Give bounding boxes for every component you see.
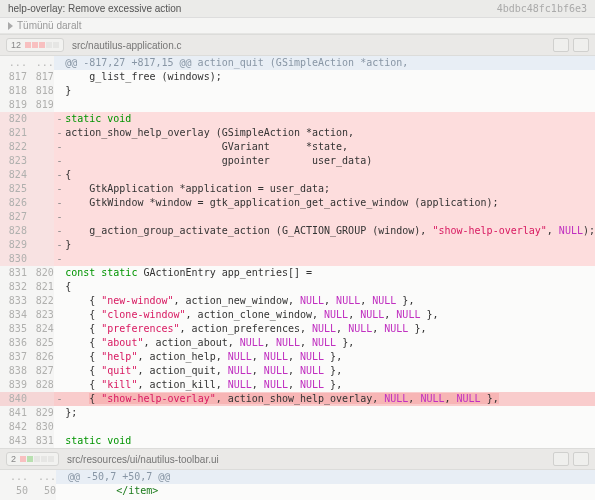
line-num-new [27, 252, 54, 266]
line-num-new: 828 [27, 378, 54, 392]
line-num-new [27, 224, 54, 238]
file-path[interactable]: src/nautilus-application.c [72, 40, 553, 51]
diff-sign: - [54, 140, 65, 154]
code-cell: gpointer user_data) [65, 154, 595, 168]
diff-line[interactable]: 835824 { "preferences", action_preferenc… [0, 322, 595, 336]
file-header[interactable]: 2 src/resources/ui/nautilus-toolbar.ui [0, 448, 595, 470]
diff-line[interactable]: 824-{ [0, 168, 595, 182]
diff-line[interactable]: 817817 g_list_free (windows); [0, 70, 595, 84]
code-cell: } [65, 84, 595, 98]
code-cell: { "about", action_about, NULL, NULL, NUL… [65, 336, 595, 350]
diff-line[interactable]: 839828 { "kill", action_kill, NULL, NULL… [0, 378, 595, 392]
diff-line[interactable]: 833822 { "new-window", action_new_window… [0, 294, 595, 308]
diff-line[interactable]: 834823 { "clone-window", action_clone_wi… [0, 308, 595, 322]
line-num-new: 825 [27, 336, 54, 350]
diff-line[interactable]: 826- GtkWindow *window = gtk_application… [0, 196, 595, 210]
diff-line[interactable]: 822- GVariant *state, [0, 140, 595, 154]
line-num-old: 818 [0, 84, 27, 98]
neu-square-icon [46, 42, 52, 48]
line-num-old: 823 [0, 154, 27, 168]
line-num-old: 829 [0, 238, 27, 252]
code-cell [65, 210, 595, 224]
diff-line[interactable]: 831820 const static GActionEntry app_ent… [0, 266, 595, 280]
diff-sign: - [54, 112, 65, 126]
diff-badge: 12 [6, 38, 64, 52]
diff-line[interactable]: 825- GtkApplication *application = user_… [0, 182, 595, 196]
diff-line[interactable]: 5050 </item> [0, 484, 595, 498]
collapse-all[interactable]: Tümünü daralt [0, 18, 595, 34]
code-cell: action_show_help_overlay (GSimpleAction … [65, 126, 595, 140]
hunk-header: ......@@ -817,27 +817,15 @@ action_quit … [0, 56, 595, 70]
diff-line[interactable]: 823- gpointer user_data) [0, 154, 595, 168]
file-header[interactable]: 12 src/nautilus-application.c [0, 34, 595, 56]
line-num-new [27, 140, 54, 154]
diff-line[interactable]: 821-action_show_help_overlay (GSimpleAct… [0, 126, 595, 140]
line-num-new: 830 [27, 420, 54, 434]
copy-path-button[interactable] [553, 38, 569, 52]
code-cell: { "preferences", action_preferences, NUL… [65, 322, 595, 336]
commit-title: help-overlay: Remove excessive action [8, 3, 181, 14]
line-num-new [27, 238, 54, 252]
diff-sign [54, 350, 65, 364]
diff-sign: - [54, 224, 65, 238]
line-num-old: 843 [0, 434, 27, 448]
line-num-old: 840 [0, 392, 27, 406]
diff-line[interactable]: 819819 [0, 98, 595, 112]
line-num-old: 835 [0, 322, 27, 336]
line-num-old: 817 [0, 70, 27, 84]
line-num-old: 839 [0, 378, 27, 392]
line-num-new [27, 168, 54, 182]
code-cell: GVariant *state, [65, 140, 595, 154]
line-num-new: 829 [27, 406, 54, 420]
view-file-button[interactable] [573, 38, 589, 52]
diff-line[interactable]: 827- [0, 210, 595, 224]
line-num-new: 820 [27, 266, 54, 280]
code-cell: { "quit", action_quit, NULL, NULL, NULL … [65, 364, 595, 378]
line-num-new [27, 196, 54, 210]
diff-table: ......@@ -817,27 +817,15 @@ action_quit … [0, 56, 595, 448]
hunk-header: ......@@ -50,7 +50,7 @@ [0, 470, 595, 484]
line-num-new: 818 [27, 84, 54, 98]
diff-line[interactable]: 830- [0, 252, 595, 266]
view-file-button[interactable] [573, 452, 589, 466]
diff-line[interactable]: 841829 }; [0, 406, 595, 420]
line-num-old: 834 [0, 308, 27, 322]
diff-sign [54, 280, 65, 294]
copy-path-button[interactable] [553, 452, 569, 466]
diff-line[interactable]: 836825 { "about", action_about, NULL, NU… [0, 336, 595, 350]
line-num-new: 822 [27, 294, 54, 308]
diff-badge: 2 [6, 452, 59, 466]
line-num-new: 824 [27, 322, 54, 336]
code-cell [65, 98, 595, 112]
diff-sign [54, 308, 65, 322]
diff-line[interactable]: 820-static void [0, 112, 595, 126]
line-num-old: 828 [0, 224, 27, 238]
diff-sign [54, 434, 65, 448]
diff-line[interactable]: 818818 } [0, 84, 595, 98]
code-cell: { "show-help-overlay", action_show_help_… [65, 392, 595, 406]
diff-line[interactable]: 838827 { "quit", action_quit, NULL, NULL… [0, 364, 595, 378]
line-num-old: 841 [0, 406, 27, 420]
diff-line[interactable]: 832821 { [0, 280, 595, 294]
diff-line[interactable]: 842830 [0, 420, 595, 434]
diff-sign: - [54, 252, 65, 266]
diff-sign: - [54, 238, 65, 252]
neu-square-icon [34, 456, 40, 462]
line-num-new: 826 [27, 350, 54, 364]
diff-sign [54, 98, 65, 112]
diff-line[interactable]: 843831 static void [0, 434, 595, 448]
diff-sign [54, 336, 65, 350]
diff-sign: - [54, 196, 65, 210]
diff-sign [54, 406, 65, 420]
diff-line[interactable]: 840- { "show-help-overlay", action_show_… [0, 392, 595, 406]
diff-line[interactable]: 829-} [0, 238, 595, 252]
diff-sign [54, 266, 65, 280]
line-num-old: 819 [0, 98, 27, 112]
line-num-new [27, 154, 54, 168]
diff-line[interactable]: 837826 { "help", action_help, NULL, NULL… [0, 350, 595, 364]
file-path[interactable]: src/resources/ui/nautilus-toolbar.ui [67, 454, 553, 465]
line-num-old: 837 [0, 350, 27, 364]
diff-line[interactable]: 828- g_action_group_activate_action (G_A… [0, 224, 595, 238]
line-num-new [27, 126, 54, 140]
line-num-new: 823 [27, 308, 54, 322]
